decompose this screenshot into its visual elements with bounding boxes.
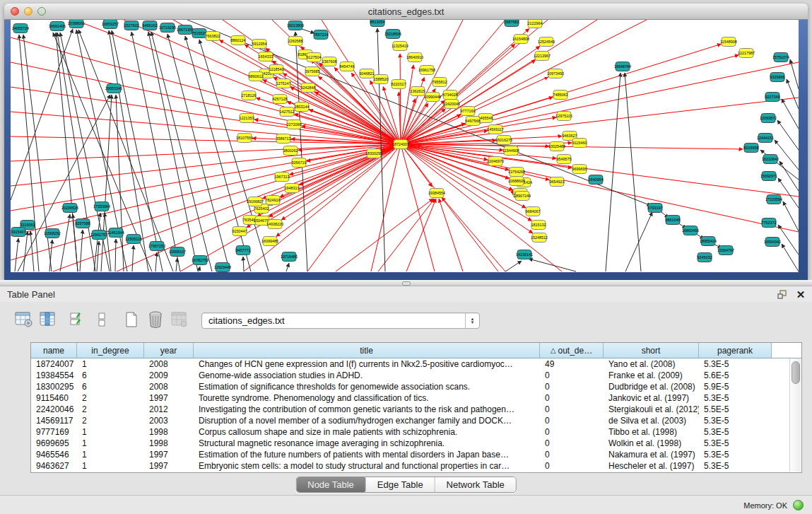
table-cell[interactable]: 1997 (144, 393, 194, 403)
panel-resize-divider[interactable] (0, 280, 812, 286)
table-cell[interactable]: 9115460 (31, 393, 77, 403)
table-selector-dropdown[interactable]: citations_edges.txt ▲▼ (201, 313, 480, 329)
table-cell[interactable]: Dudbridge et al. (2008) (604, 382, 699, 392)
table-cell[interactable]: Wolkin et al. (1998) (604, 438, 699, 448)
table-row[interactable]: 1872400712008Changes of HCN gene express… (31, 358, 801, 370)
table-cell[interactable]: Nakamura et al. (1997) (604, 450, 699, 460)
network-window-titlebar[interactable]: citations_edges.txt (4, 4, 808, 20)
table-row[interactable]: 977716911998Corpus callosum shape and si… (31, 426, 801, 438)
table-cell[interactable]: Tibbo et al. (1998) (604, 427, 699, 437)
table-cell[interactable]: 0 (540, 404, 604, 414)
table-cell[interactable]: 2 (77, 416, 144, 426)
table-cell[interactable]: 14569117 (31, 416, 77, 426)
table-cell[interactable]: Embryonic stem cells: a model to study s… (194, 461, 540, 471)
column-header-year[interactable]: year (144, 343, 194, 358)
table-cell[interactable]: de Silva et al. (2003) (604, 416, 699, 426)
table-cell[interactable]: Tourette syndrome. Phenomenology and cla… (194, 393, 540, 403)
table-cell[interactable]: 0 (540, 393, 604, 403)
table-cell[interactable]: 49 (540, 359, 604, 369)
table-cell[interactable]: 6 (77, 370, 144, 380)
close-panel-button[interactable]: ✕ (794, 288, 808, 300)
column-header-name[interactable]: name (31, 343, 77, 358)
table-cell[interactable]: 1 (77, 461, 144, 471)
table-cell[interactable]: 9699695 (31, 438, 77, 448)
scrollbar-thumb[interactable] (792, 361, 800, 384)
table-row[interactable]: 911546021997Tourette syndrome. Phenomeno… (31, 392, 801, 404)
table-cell[interactable]: 18724007 (31, 359, 77, 369)
table-cell[interactable]: 5.3E-5 (699, 416, 772, 426)
table-row[interactable]: 969969511998Structural magnetic resonanc… (31, 438, 801, 449)
table-cell[interactable]: 1998 (144, 427, 194, 437)
column-header-out_de[interactable]: △out_de… (540, 343, 604, 358)
table-cell[interactable]: 2012 (144, 404, 194, 414)
table-cell[interactable]: 1 (77, 427, 144, 437)
table-cell[interactable]: 0 (540, 382, 604, 392)
table-row[interactable]: 946362711997Embryonic stem cells: a mode… (31, 460, 801, 472)
table-cell[interactable]: 2009 (144, 370, 194, 380)
table-cell[interactable]: 5.3E-5 (699, 438, 772, 448)
table-cell[interactable]: 2 (77, 404, 144, 414)
new-column-button[interactable] (122, 310, 141, 329)
tab-node-table[interactable]: Node Table (296, 477, 366, 492)
table-cell[interactable]: 1 (77, 450, 144, 460)
delete-table-button-disabled[interactable] (170, 310, 189, 329)
unselect-all-button[interactable] (92, 310, 112, 329)
float-panel-button[interactable] (775, 288, 789, 300)
select-all-button[interactable] (68, 310, 88, 329)
select-column-button[interactable] (38, 310, 58, 329)
column-settings-button[interactable] (14, 310, 34, 329)
table-cell[interactable]: 1997 (144, 461, 194, 471)
table-cell[interactable]: 1998 (144, 438, 194, 448)
table-cell[interactable]: Franke et al. (2009) (604, 370, 699, 380)
table-cell[interactable]: Estimation of the future numbers of pati… (194, 450, 540, 460)
table-cell[interactable]: Genome-wide association studies in ADHD. (194, 370, 540, 380)
column-header-in_degree[interactable]: in_degree (77, 343, 144, 358)
table-cell[interactable]: 9463627 (31, 461, 77, 471)
table-cell[interactable]: 5.3E-5 (699, 359, 772, 369)
table-cell[interactable]: 2 (77, 393, 144, 403)
table-cell[interactable]: 5.3E-5 (699, 427, 772, 437)
table-cell[interactable]: 2008 (144, 382, 194, 392)
table-row[interactable]: 1456911722003Disruption of a novel membe… (31, 415, 801, 426)
column-header-short[interactable]: short (604, 343, 699, 358)
column-header-title[interactable]: title (194, 343, 540, 358)
table-cell[interactable]: 1 (77, 359, 144, 369)
delete-column-button[interactable] (146, 310, 165, 329)
table-cell[interactable]: Investigating the contribution of common… (194, 404, 540, 414)
table-cell[interactable]: 22420046 (31, 404, 77, 414)
column-header-pagerank[interactable]: pagerank (699, 343, 772, 358)
table-cell[interactable]: 6 (77, 382, 144, 392)
table-cell[interactable]: 1997 (144, 450, 194, 460)
table-cell[interactable]: 5.3E-5 (699, 461, 772, 471)
table-cell[interactable]: Structural magnetic resonance image aver… (194, 438, 540, 448)
table-cell[interactable]: 0 (540, 438, 604, 448)
network-canvas[interactable]: 1872400724055724306914062039809110653257… (11, 20, 799, 272)
table-cell[interactable]: Disruption of a novel member of a sodium… (194, 416, 540, 426)
table-cell[interactable]: 1 (77, 438, 144, 448)
table-cell[interactable]: 2008 (144, 359, 194, 369)
table-row[interactable]: 1830029562008Estimation of significance … (31, 381, 801, 392)
table-cell[interactable]: 9465546 (31, 450, 77, 460)
table-cell[interactable]: Changes of HCN gene expression and I(f) … (194, 359, 540, 369)
table-cell[interactable]: 9777169 (31, 427, 77, 437)
table-cell[interactable]: 2003 (144, 416, 194, 426)
table-cell[interactable]: Yano et al. (2008) (604, 359, 699, 369)
table-cell[interactable]: 5.5E-5 (699, 404, 772, 414)
table-cell[interactable]: 19384554 (31, 370, 77, 380)
table-cell[interactable]: 0 (540, 427, 604, 437)
table-cell[interactable]: Corpus callosum shape and size in male p… (194, 427, 540, 437)
table-cell[interactable]: 0 (540, 416, 604, 426)
table-scrollbar[interactable] (789, 358, 801, 472)
table-row[interactable]: 946554611997Estimation of the future num… (31, 449, 801, 460)
table-cell[interactable]: 18300295 (31, 382, 77, 392)
table-cell[interactable]: 0 (540, 461, 604, 471)
table-cell[interactable]: Hescheler et al. (1997) (604, 461, 699, 471)
table-cell[interactable]: Jankovic et al. (1997) (604, 393, 699, 403)
table-cell[interactable]: Stergiakouli et al. (2012) (604, 404, 699, 414)
table-cell[interactable]: 0 (540, 450, 604, 460)
tab-network-table[interactable]: Network Table (435, 477, 516, 492)
table-row[interactable]: 1938455462009Genome-wide association stu… (31, 370, 801, 381)
network-view[interactable]: 1872400724055724306914062039809110653257… (11, 20, 799, 272)
memory-ok-indicator[interactable] (793, 500, 804, 510)
table-cell[interactable]: 5.9E-5 (699, 382, 772, 392)
